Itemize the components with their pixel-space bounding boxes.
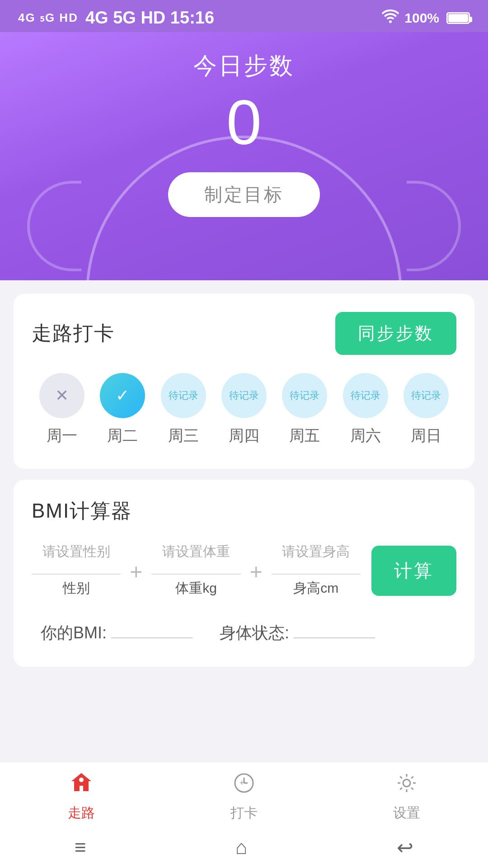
bmi-value-display — [111, 620, 192, 638]
status-bar: 4G ₅G HD 4G 5G HD 15:16 100% — [0, 0, 488, 32]
plus-icon-1: + — [121, 559, 151, 598]
settings-icon — [395, 771, 418, 800]
weight-field[interactable]: 请设置体重 体重kg — [151, 542, 240, 598]
day-saturday: 待记录 周六 — [343, 373, 388, 446]
nav-item-checkin[interactable]: + 打卡 — [230, 771, 258, 822]
nav-item-walk[interactable]: 走路 — [68, 771, 95, 822]
hero-section: 今日步数 0 制定目标 — [0, 32, 488, 280]
checkin-icon: + — [232, 771, 256, 800]
nav-item-settings[interactable]: 设置 — [393, 771, 420, 822]
pending-text-thursday: 待记录 — [229, 389, 259, 402]
checkin-card-title: 走路打卡 — [32, 320, 115, 347]
arc-right-decoration — [407, 181, 461, 271]
day-monday: ✕ 周一 — [39, 373, 84, 446]
checkin-card-header: 走路打卡 同步步数 — [32, 312, 456, 355]
day-thursday: 待记录 周四 — [221, 373, 267, 446]
nav-items-row: 走路 + 打卡 设置 — [0, 771, 488, 822]
body-status-display — [294, 620, 375, 638]
svg-point-0 — [79, 778, 84, 782]
height-field[interactable]: 请设置身高 身高cm — [272, 542, 361, 598]
checkin-card: 走路打卡 同步步数 ✕ 周一 ✓ 周二 待记录 — [14, 294, 474, 469]
day-label-tuesday: 周二 — [107, 425, 138, 446]
day-circle-saturday: 待记录 — [343, 373, 388, 418]
day-label-friday: 周五 — [289, 425, 320, 446]
day-label-monday: 周一 — [47, 425, 77, 446]
status-right: 100% — [382, 9, 470, 26]
week-row: ✕ 周一 ✓ 周二 待记录 周三 待记录 — [32, 373, 456, 446]
back-gesture-icon: ↩ — [397, 836, 413, 859]
day-circle-thursday: 待记录 — [221, 373, 267, 418]
sync-steps-button[interactable]: 同步步数 — [335, 312, 456, 355]
battery-percent: 100% — [404, 10, 439, 26]
pending-text-saturday: 待记录 — [351, 389, 380, 402]
height-placeholder: 请设置身高 — [282, 542, 350, 561]
bmi-inputs-row: 请设置性别 性别 + 请设置体重 体重kg + 请设置身高 身高cm 计算 — [32, 542, 456, 598]
day-wednesday: 待记录 周三 — [161, 373, 206, 446]
svg-text:+: + — [239, 778, 244, 788]
day-label-thursday: 周四 — [229, 425, 259, 446]
calculate-button[interactable]: 计算 — [371, 546, 456, 596]
day-sunday: 待记录 周日 — [404, 373, 449, 446]
day-tuesday: ✓ 周二 — [100, 373, 145, 446]
day-label-wednesday: 周三 — [168, 425, 199, 446]
gender-underline — [32, 566, 121, 575]
day-circle-tuesday: ✓ — [100, 373, 145, 418]
gender-field[interactable]: 请设置性别 性别 — [32, 542, 121, 598]
height-label: 身高cm — [293, 579, 338, 598]
day-label-saturday: 周六 — [350, 425, 381, 446]
day-circle-monday: ✕ — [39, 373, 84, 418]
time: 4G 5G HD 15:16 — [85, 8, 214, 28]
day-label-sunday: 周日 — [411, 425, 441, 446]
bmi-result-row: 你的BMI: 身体状态: — [32, 620, 456, 644]
arc-left-decoration — [27, 181, 81, 271]
bmi-card: BMI计算器 请设置性别 性别 + 请设置体重 体重kg + 请设置身高 身高c… — [14, 480, 474, 667]
cards-container: 走路打卡 同步步数 ✕ 周一 ✓ 周二 待记录 — [0, 280, 488, 689]
bmi-card-title: BMI计算器 — [32, 498, 456, 524]
pending-text-sunday: 待记录 — [411, 389, 441, 402]
body-status-label: 身体状态: — [220, 622, 289, 644]
signal-icons: 4G ₅G HD — [18, 11, 78, 25]
gesture-bar: ≡ ⌂ ↩ — [0, 831, 488, 863]
day-circle-friday: 待记录 — [282, 373, 327, 418]
pending-text-friday: 待记录 — [290, 389, 319, 402]
walk-icon — [70, 771, 93, 800]
semicircle-decoration — [86, 136, 402, 280]
weight-underline — [151, 566, 240, 575]
svg-point-5 — [403, 779, 410, 787]
checkin-nav-label: 打卡 — [230, 804, 258, 822]
gender-placeholder: 请设置性别 — [42, 542, 110, 561]
height-underline — [272, 566, 361, 575]
weight-placeholder: 请设置体重 — [162, 542, 230, 561]
hero-title: 今日步数 — [193, 50, 295, 82]
pending-text-wednesday: 待记录 — [169, 389, 198, 402]
day-circle-wednesday: 待记录 — [161, 373, 206, 418]
plus-icon-2: + — [241, 559, 272, 598]
home-gesture-icon: ⌂ — [235, 836, 248, 859]
body-status-item: 身体状态: — [220, 620, 375, 644]
battery-icon — [446, 12, 470, 24]
bmi-value-label: 你的BMI: — [41, 622, 107, 644]
menu-gesture-icon: ≡ — [75, 836, 86, 859]
status-left: 4G ₅G HD 4G 5G HD 15:16 — [18, 8, 214, 28]
bottom-nav: 走路 + 打卡 设置 ≡ — [0, 762, 488, 868]
weight-label: 体重kg — [175, 579, 217, 598]
spacer — [0, 689, 488, 762]
walk-nav-label: 走路 — [68, 804, 95, 822]
bmi-value-item: 你的BMI: — [41, 620, 192, 644]
day-friday: 待记录 周五 — [282, 373, 327, 446]
settings-nav-label: 设置 — [393, 804, 420, 822]
gender-label: 性别 — [63, 579, 90, 598]
done-icon: ✓ — [116, 386, 129, 405]
day-circle-sunday: 待记录 — [404, 373, 449, 418]
missed-icon: ✕ — [55, 386, 69, 405]
wifi-icon — [382, 9, 399, 26]
